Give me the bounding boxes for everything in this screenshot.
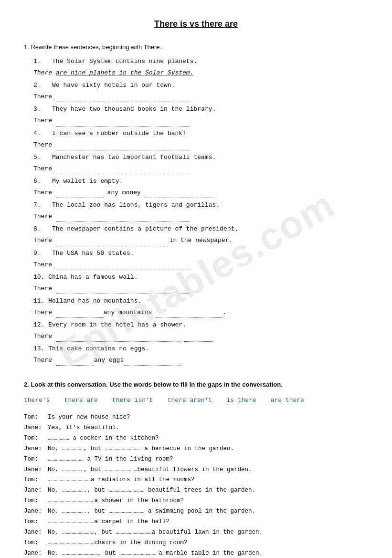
section2-heading: 2. Look at this conversation. Use the wo… [24, 380, 368, 390]
word-bank-item: are there [271, 397, 304, 404]
word-bank-item: there's [24, 397, 50, 404]
list-item: 3. They have two thousand books in the l… [33, 104, 368, 126]
list-item: 9. The USA has 50 states. There [33, 248, 368, 270]
list-item: 11. Holland has no mountains. There any … [33, 296, 368, 318]
list-item: Jane: No, …………………………, but ………………………… a m… [24, 548, 368, 558]
list-item: Tom: ………………………………a radiators in all the … [24, 475, 368, 485]
list-item: 8. The newspaper contains a picture of t… [33, 224, 368, 246]
list-item: 12. Every room in the hotel has a shower… [33, 320, 368, 342]
list-item: Jane: No, ………………., but ………………………… beauti… [24, 485, 368, 496]
list-item: Jane: No, ………………, but ………………………… a barbe… [24, 444, 368, 454]
list-item: 7. The local zoo has lions, tigers and g… [33, 200, 368, 222]
exercise-1-section: 1. Rewrite these sentences, beginning wi… [24, 43, 368, 366]
word-bank: there's there are there isn't there aren… [24, 397, 368, 404]
list-item: Tom: …………………………………a shower in the bathro… [24, 496, 368, 506]
list-item: 1. The Solar System contains nine planet… [33, 56, 368, 78]
page-title: There is vs there are [24, 19, 368, 29]
list-item: Tom: Is your new house nice? [24, 412, 368, 423]
list-item: Jane: No, ………………., but ………………………… a swim… [24, 506, 368, 517]
list-item: 6. My wallet is empty. There any money [33, 176, 368, 198]
list-item: 4. I can see a robber outside the bank! … [33, 128, 368, 150]
list-item: Tom: ………………………… a TV in the living room? [24, 454, 368, 465]
list-item: 10. China has a famous wall. There [33, 272, 368, 294]
section1-heading: 1. Rewrite these sentences, beginning wi… [24, 43, 368, 51]
word-bank-item: is there [226, 397, 256, 404]
conversation-block: Tom: Is your new house nice? Jane: Yes, … [24, 412, 368, 558]
list-item: 5. Manchester has two important football… [33, 152, 368, 174]
list-item: 13. This cake contains no eggs. There an… [33, 344, 368, 366]
list-item: Tom: …………………………………chairs in the dining r… [24, 538, 368, 548]
list-item: Tom: ……………… a cooker in the kitchen? [24, 433, 368, 444]
list-item: Jane: Yes, it's beautiful. [24, 423, 368, 433]
list-item: 2. We have sixty hotels in our town. The… [33, 80, 368, 102]
list-item: Jane: No, ……………., but ………………………beautiful… [24, 465, 368, 475]
word-bank-item: there isn't [112, 397, 153, 404]
list-item: Jane: No, ………………………, but …………………………a bea… [24, 527, 368, 538]
exercise-2-section: 2. Look at this conversation. Use the wo… [24, 380, 368, 558]
list-item: Tom: …………………………………a carpet in the hall? [24, 517, 368, 527]
word-bank-item: there are [64, 397, 98, 404]
word-bank-item: there aren't [168, 397, 212, 404]
